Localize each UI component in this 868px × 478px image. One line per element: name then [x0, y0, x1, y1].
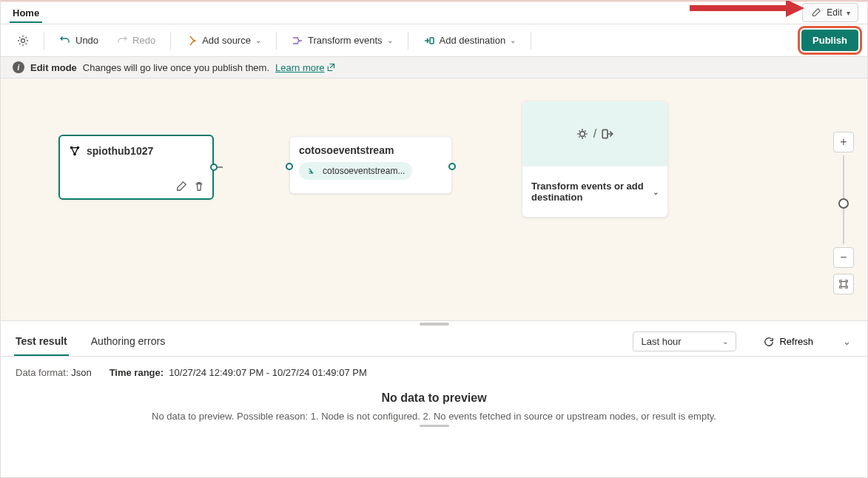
toolbar: Undo Redo Add source ⌄ Transform events …	[1, 24, 867, 57]
info-mode-label: Edit mode	[30, 62, 77, 73]
chevron-down-icon: ▾	[847, 9, 850, 17]
node-stream-title: cotosoeventstream	[299, 144, 443, 156]
panel-footer-handle[interactable]	[16, 422, 852, 430]
refresh-icon	[763, 336, 775, 348]
add-source-icon	[186, 35, 198, 47]
add-destination-label: Add destination	[440, 35, 506, 46]
svg-point-0	[21, 38, 25, 42]
svg-point-8	[579, 132, 585, 137]
bottom-panel: Test result Authoring errors Last hour ⌄…	[1, 321, 867, 469]
refresh-button[interactable]: Refresh	[757, 332, 819, 351]
zoom-thumb[interactable]	[838, 198, 849, 209]
add-source-label: Add source	[202, 35, 251, 46]
info-bar: i Edit mode Changes will go live once yo…	[1, 57, 867, 78]
separator	[276, 32, 277, 50]
separator	[408, 32, 408, 50]
undo-label: Undo	[75, 35, 98, 46]
info-message: Changes will go live once you publish th…	[83, 62, 269, 73]
canvas[interactable]: spiothub1027 cotosoeventstream cotosoeve…	[1, 78, 867, 321]
zoom-out-button[interactable]: −	[833, 247, 854, 268]
port-source-out[interactable]	[210, 164, 218, 171]
zoom-slider[interactable]	[843, 155, 844, 244]
zoom-in-button[interactable]: +	[833, 132, 854, 152]
transform-events-button[interactable]: Transform events ⌄	[284, 30, 400, 51]
panel-resize-handle[interactable]	[1, 321, 867, 327]
learn-more-label: Learn more	[275, 62, 324, 73]
publish-button[interactable]: Publish	[801, 30, 858, 51]
pencil-icon[interactable]	[175, 181, 187, 192]
panel-collapse-icon[interactable]: ⌄	[840, 333, 854, 350]
data-format-value: Json	[71, 367, 91, 378]
no-data-title: No data to preview	[16, 391, 852, 405]
time-range-select[interactable]: Last hour ⌄	[633, 331, 736, 351]
add-destination-button[interactable]: Add destination ⌄	[416, 30, 524, 51]
chevron-down-icon[interactable]: ⌄	[653, 188, 659, 196]
add-source-button[interactable]: Add source ⌄	[178, 30, 269, 51]
info-icon: i	[13, 61, 24, 73]
chevron-down-icon: ⌄	[510, 36, 516, 44]
learn-more-link[interactable]: Learn more	[275, 62, 334, 73]
separator	[170, 32, 171, 50]
add-destination-icon	[423, 35, 435, 47]
node-source[interactable]: spiothub1027	[58, 135, 214, 200]
node-source-title: spiothub1027	[87, 145, 153, 157]
panel-body: Data format: Json Time range: 10/27/24 1…	[1, 357, 867, 469]
stream-chip-label: cotosoeventstream...	[323, 166, 405, 176]
node-destination-placeholder[interactable]: / Transform events or add destination ⌄	[522, 101, 668, 218]
tab-authoring-errors[interactable]: Authoring errors	[90, 328, 166, 356]
settings-button[interactable]	[10, 30, 36, 51]
panel-header: Test result Authoring errors Last hour ⌄…	[1, 327, 867, 357]
zoom-fit-button[interactable]	[833, 274, 854, 294]
svg-rect-9	[602, 129, 608, 138]
no-data-message: No data to preview. Possible reason: 1. …	[16, 411, 852, 422]
transform-icon	[292, 35, 303, 47]
chevron-down-icon: ⌄	[387, 36, 393, 44]
trash-icon[interactable]	[193, 181, 205, 192]
iothub-icon	[69, 145, 81, 157]
separator	[531, 32, 531, 50]
redo-icon	[116, 35, 128, 47]
node-eventstream[interactable]: cotosoeventstream cotosoeventstream...	[289, 136, 452, 194]
stream-chip[interactable]: cotosoeventstream...	[299, 162, 412, 180]
redo-button[interactable]: Redo	[109, 30, 163, 51]
zoom-controls: + −	[833, 132, 854, 294]
exit-icon	[601, 127, 614, 141]
svg-rect-2	[430, 38, 434, 44]
external-link-icon	[326, 63, 335, 72]
stream-icon	[306, 165, 318, 177]
transform-gear-icon	[576, 127, 589, 141]
separator	[44, 32, 44, 50]
ribbon-tabs: Home Edit ▾	[1, 1, 867, 24]
tab-test-result[interactable]: Test result	[14, 328, 69, 356]
pencil-icon	[810, 7, 822, 18]
port-stream-in[interactable]	[286, 163, 293, 170]
tab-home[interactable]: Home	[10, 3, 42, 23]
edit-label: Edit	[827, 7, 842, 18]
transform-events-label: Transform events	[308, 35, 383, 46]
svg-rect-10	[841, 282, 847, 287]
redo-label: Redo	[132, 35, 155, 46]
destination-hint: Transform events or add destination	[531, 181, 653, 203]
slash: /	[593, 127, 596, 141]
time-range-label: Time range:	[110, 367, 164, 378]
data-format-label: Data format:	[16, 367, 69, 378]
chevron-down-icon: ⌄	[255, 36, 261, 44]
port-stream-out[interactable]	[448, 163, 456, 170]
edit-mode-dropdown[interactable]: Edit ▾	[802, 3, 858, 22]
svg-point-1	[194, 39, 196, 41]
chevron-down-icon: ⌄	[722, 337, 728, 346]
undo-icon	[59, 35, 71, 47]
undo-button[interactable]: Undo	[52, 30, 106, 51]
gear-icon	[17, 35, 29, 47]
refresh-label: Refresh	[779, 336, 813, 347]
time-range-value: 10/27/24 12:49:07 PM - 10/27/24 01:49:07…	[169, 367, 366, 378]
time-select-value: Last hour	[641, 336, 681, 347]
